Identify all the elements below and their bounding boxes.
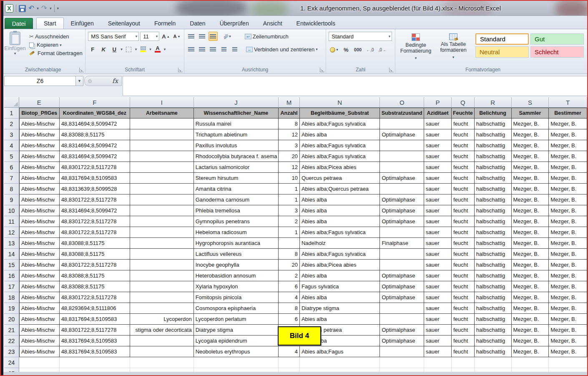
cell-I11[interactable] <box>130 216 194 227</box>
name-box-dropdown-icon[interactable]: ▼ <box>76 76 83 86</box>
cell-J3[interactable]: Trichaptum abietinum <box>194 129 279 140</box>
cell-R17[interactable]: halbschattig <box>475 281 512 292</box>
redo-dropdown-icon[interactable]: ▾ <box>50 6 52 10</box>
cell-I4[interactable] <box>130 140 194 151</box>
cell-S16[interactable]: Mezger, B. <box>512 270 549 281</box>
grow-font-button[interactable]: A▲ <box>161 32 171 41</box>
cell-R21[interactable]: halbschattig <box>475 325 512 336</box>
cell-N13[interactable]: Nadelholz <box>300 238 380 249</box>
column-header-F[interactable]: F <box>60 97 131 108</box>
row-header-2[interactable]: 2 <box>4 119 19 129</box>
cell-E20[interactable]: Abies-Mischw <box>19 314 60 325</box>
cell-R23[interactable]: halbschattig <box>475 346 512 357</box>
column-header-I[interactable]: I <box>130 97 194 108</box>
row-header-17[interactable]: 17 <box>4 281 19 292</box>
cell-O1[interactable]: Substratzustand <box>380 108 424 119</box>
cell-J7[interactable]: Stereum hirsutum <box>194 173 279 184</box>
name-box[interactable]: Z6 <box>4 76 76 86</box>
cell-F8[interactable]: 48,8313639;8,5099528 <box>60 184 131 194</box>
cell-Q2[interactable]: feucht <box>452 119 475 129</box>
cell-style-gut[interactable]: Gut <box>530 33 584 45</box>
cell-S15[interactable]: Mezger, B. <box>512 260 549 270</box>
cell-F24[interactable] <box>60 357 131 368</box>
cell-F7[interactable]: 48,8317694;8,5109583 <box>60 173 131 184</box>
cell-R16[interactable]: halbschattig <box>475 270 512 281</box>
cell-I19[interactable] <box>130 303 194 314</box>
cell-N18[interactable]: Abies alba <box>300 292 380 303</box>
cell-O15[interactable] <box>380 260 424 270</box>
cell-R7[interactable]: halbschattig <box>475 173 512 184</box>
cell-T12[interactable]: Mezger, B. <box>549 227 587 238</box>
cell-E12[interactable]: Abies-Mischw <box>19 227 60 238</box>
cell-S21[interactable]: Mezger, B. <box>512 325 549 336</box>
cell-P11[interactable]: sauer <box>424 216 452 227</box>
cell-M5[interactable]: 20 <box>279 151 300 162</box>
cell-Q9[interactable]: feucht <box>452 194 475 205</box>
cell-R10[interactable]: halbschattig <box>475 205 512 216</box>
cell-M13[interactable] <box>279 238 300 249</box>
cell-N23[interactable]: Abies alba;Fagus <box>300 346 380 357</box>
cell-F11[interactable]: 48,8301722;8,5117278 <box>60 216 131 227</box>
column-header-S[interactable]: S <box>512 97 549 108</box>
cell-N3[interactable]: Abies alba <box>300 129 380 140</box>
cell-I18[interactable] <box>130 292 194 303</box>
row-header-21[interactable]: 21 <box>4 325 19 336</box>
cell-N17[interactable]: Fagus sylvatica <box>300 281 380 292</box>
thousands-button[interactable]: 000 <box>353 45 363 54</box>
row-header-22[interactable]: 22 <box>4 336 19 346</box>
align-right-button[interactable] <box>209 45 218 54</box>
cell-R20[interactable]: halbschattig <box>475 314 512 325</box>
cell-style-neutral[interactable]: Neutral <box>475 46 529 58</box>
cell-J17[interactable]: Xylaria hypoxylon <box>194 281 279 292</box>
cell-I22[interactable] <box>130 336 194 346</box>
row-header-13[interactable]: 13 <box>4 238 19 249</box>
cell-N24[interactable] <box>300 357 380 368</box>
cell-S5[interactable]: Mezger, B. <box>512 151 549 162</box>
cell-E1[interactable]: Biotop_PflGes <box>19 108 60 119</box>
cell-S2[interactable]: Mezger, B. <box>512 119 549 129</box>
cell-S17[interactable]: Mezger, B. <box>512 281 549 292</box>
cell-I2[interactable] <box>130 119 194 129</box>
cell-N4[interactable]: Abies alba;Fagus sylvatica <box>300 140 380 151</box>
cell-O19[interactable] <box>380 303 424 314</box>
insert-function-icon[interactable]: fx <box>112 77 118 85</box>
cell-Q24[interactable] <box>452 357 475 368</box>
excel-app-icon[interactable]: X <box>5 4 13 13</box>
dialog-launcher-icon[interactable]: ↘ <box>178 68 183 72</box>
cell-N5[interactable]: Abies alba;Fagus sylvatica <box>300 151 380 162</box>
cell-J12[interactable]: Hebeloma radicosum <box>194 227 279 238</box>
cell-O14[interactable] <box>380 249 424 260</box>
cell-N19[interactable]: Diatrype stigma <box>300 303 380 314</box>
cell-E17[interactable]: Abies-Mischw <box>19 281 60 292</box>
cell-P8[interactable]: sauer <box>424 184 452 194</box>
merge-dropdown-icon[interactable]: ▾ <box>316 47 318 51</box>
cell-O7[interactable]: Optimalphase <box>380 173 424 184</box>
chevron-down-icon[interactable]: ▾ <box>134 34 138 38</box>
row-header-3[interactable]: 3 <box>4 129 19 140</box>
cell-N10[interactable]: Abies alba <box>300 205 380 216</box>
cell-R3[interactable]: halbschattig <box>475 129 512 140</box>
cell-O20[interactable] <box>380 314 424 325</box>
cell-I10[interactable] <box>130 205 194 216</box>
cell-O8[interactable] <box>380 184 424 194</box>
cell-P19[interactable]: sauer <box>424 303 452 314</box>
cell-M3[interactable]: 12 <box>279 129 300 140</box>
cell-M19[interactable]: 8 <box>279 303 300 314</box>
cell-E11[interactable]: Abies-Mischw <box>19 216 60 227</box>
cell-M17[interactable]: 6 <box>279 281 300 292</box>
cell-M20[interactable]: 6 <box>279 314 300 325</box>
conditional-formatting-button[interactable]: Bedingte Formatierung ▾ <box>398 32 434 61</box>
cell-P4[interactable]: sauer <box>424 140 452 151</box>
cell-N12[interactable]: Abies alba;Fagus sylvatica <box>300 227 380 238</box>
row-header-9[interactable]: 9 <box>4 194 19 205</box>
cell-R12[interactable]: halbschattig <box>475 227 512 238</box>
cell-J19[interactable]: Cosmospora episphaeria <box>194 303 279 314</box>
cell-J21[interactable]: Diatrype stigma <box>194 325 279 336</box>
cell-Q10[interactable]: feucht <box>452 205 475 216</box>
cell-O6[interactable] <box>380 162 424 173</box>
cell-P16[interactable]: sauer <box>424 270 452 281</box>
cell-T22[interactable]: Mezger, B. <box>549 336 587 346</box>
cell-N1[interactable]: Begleitbäume_Substrat <box>300 108 380 119</box>
cell-M6[interactable]: 12 <box>279 162 300 173</box>
cell-O2[interactable] <box>380 119 424 129</box>
